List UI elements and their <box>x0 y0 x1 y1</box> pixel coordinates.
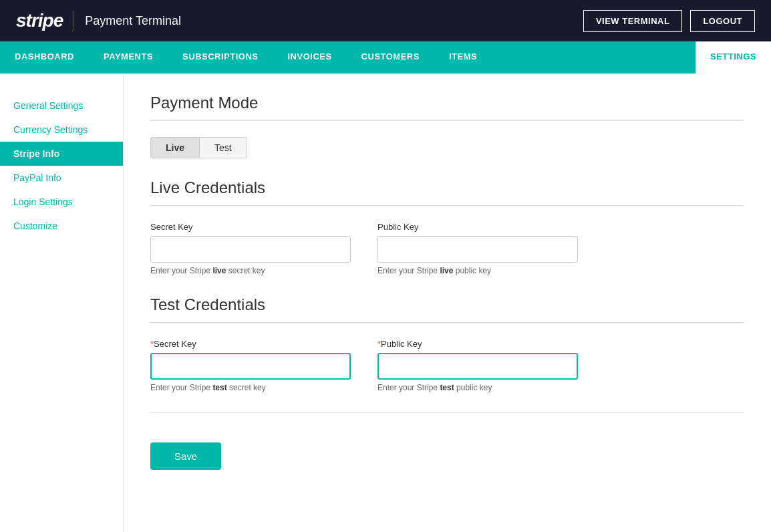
live-credentials-divider <box>150 205 744 206</box>
test-credentials-title: Test Credentials <box>150 295 744 314</box>
sidebar-item-login-settings[interactable]: Login Settings <box>0 190 123 214</box>
sidebar-item-customize[interactable]: Customize <box>0 214 123 238</box>
test-credentials-row: **Secret KeySecret Key Enter your Stripe… <box>150 339 744 392</box>
logout-button[interactable]: LOGOUT <box>690 10 755 32</box>
live-secret-key-group: Secret Key Enter your Stripe live secret… <box>150 222 351 275</box>
nav-item-invoices[interactable]: INVOICES <box>273 41 346 74</box>
payment-mode-title: Payment Mode <box>150 94 744 112</box>
test-secret-key-input[interactable] <box>150 353 351 380</box>
view-terminal-button[interactable]: VIEW TERMINAL <box>583 10 683 32</box>
sidebar-item-general-settings[interactable]: General Settings <box>0 94 123 118</box>
live-credentials-row: Secret Key Enter your Stripe live secret… <box>150 222 744 275</box>
nav-item-payments[interactable]: PAYMENTS <box>89 41 168 74</box>
live-credentials-title: Live Credentials <box>150 178 744 197</box>
mode-toggle: Live Test <box>150 137 744 158</box>
test-credentials-section: Test Credentials **Secret KeySecret Key … <box>150 295 744 392</box>
nav-item-items[interactable]: ITEMS <box>434 41 492 74</box>
required-asterisk-secret: * <box>150 339 154 349</box>
mode-live-button[interactable]: Live <box>150 137 200 158</box>
main-content: Payment Mode Live Test Live Credentials … <box>124 74 771 532</box>
test-public-key-input[interactable] <box>377 353 578 380</box>
sidebar-item-paypal-info[interactable]: PayPal Info <box>0 166 123 190</box>
test-secret-key-label: **Secret KeySecret Key <box>150 339 351 349</box>
header-divider <box>73 11 74 31</box>
test-public-key-label: *Public Key <box>377 339 578 349</box>
test-secret-key-hint: Enter your Stripe test secret key <box>150 383 351 392</box>
live-public-key-group: Public Key Enter your Stripe live public… <box>377 222 578 275</box>
nav-item-subscriptions[interactable]: SUBSCRIPTIONS <box>168 41 273 74</box>
nav-item-dashboard[interactable]: DASHBOARD <box>0 41 89 74</box>
mode-test-button[interactable]: Test <box>200 137 247 158</box>
live-public-key-hint: Enter your Stripe live public key <box>377 266 578 275</box>
main-nav: DASHBOARD PAYMENTS SUBSCRIPTIONS INVOICE… <box>0 41 771 74</box>
save-button[interactable]: Save <box>150 442 221 470</box>
live-credentials-section: Live Credentials Secret Key Enter your S… <box>150 178 744 275</box>
live-secret-key-input[interactable] <box>150 236 351 263</box>
page-container: General Settings Currency Settings Strip… <box>0 74 771 532</box>
header-title: Payment Terminal <box>85 14 181 28</box>
test-public-key-group: *Public Key Enter your Stripe test publi… <box>377 339 578 392</box>
test-credentials-divider <box>150 322 744 323</box>
live-public-key-input[interactable] <box>377 236 578 263</box>
live-public-key-label: Public Key <box>377 222 578 232</box>
header-buttons: VIEW TERMINAL LOGOUT <box>583 10 755 32</box>
live-secret-key-hint: Enter your Stripe live secret key <box>150 266 351 275</box>
save-divider <box>150 412 744 413</box>
stripe-logo: stripe <box>16 10 63 31</box>
nav-item-settings[interactable]: SETTINGS <box>696 41 771 74</box>
test-secret-key-group: **Secret KeySecret Key Enter your Stripe… <box>150 339 351 392</box>
required-asterisk-public: * <box>377 339 381 349</box>
payment-mode-divider <box>150 120 744 121</box>
test-public-key-hint: Enter your Stripe test public key <box>377 383 578 392</box>
live-secret-key-label: Secret Key <box>150 222 351 232</box>
sidebar: General Settings Currency Settings Strip… <box>0 74 124 532</box>
header-left: stripe Payment Terminal <box>16 10 181 31</box>
sidebar-item-stripe-info[interactable]: Stripe Info <box>0 142 123 166</box>
header: stripe Payment Terminal VIEW TERMINAL LO… <box>0 0 771 41</box>
sidebar-item-currency-settings[interactable]: Currency Settings <box>0 118 123 142</box>
nav-item-customers[interactable]: CUSTOMERS <box>347 41 434 74</box>
